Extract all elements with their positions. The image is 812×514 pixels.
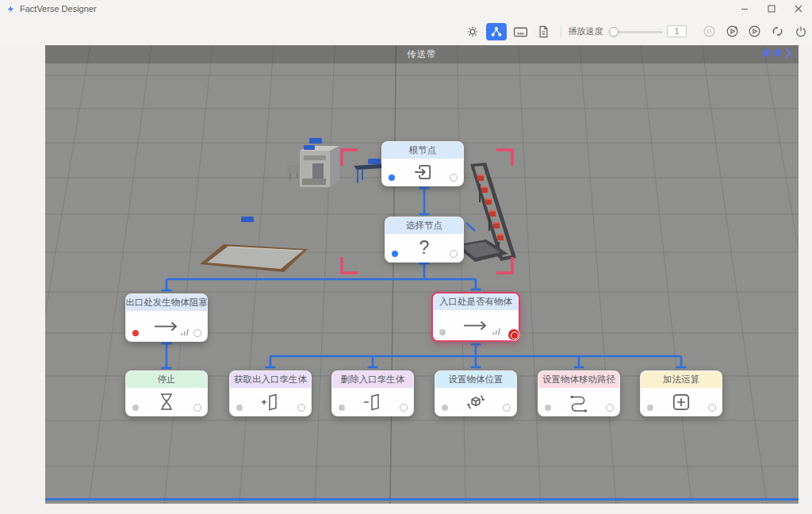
scene-title: 传送带: [407, 48, 437, 60]
app-title: FactVerse Designer: [20, 4, 97, 13]
tree-node-exit-blocked[interactable]: 出口处发生物体阻塞: [125, 293, 208, 342]
layers-icon[interactable]: [774, 49, 781, 56]
cube-rotate-icon: [465, 392, 486, 412]
status-dot: [392, 251, 398, 257]
node-title: 获取出入口孪生体: [230, 371, 311, 388]
question-icon: ?: [419, 239, 430, 257]
status-dot: [236, 405, 243, 411]
playback-speed-slider[interactable]: [609, 26, 661, 37]
toolbar-separator: [561, 25, 561, 38]
playback-speed-label: 播放速度: [568, 25, 603, 37]
path-icon: [568, 392, 590, 412]
node-title: 删除入口孪生体: [332, 371, 413, 388]
status-dot: [442, 405, 448, 411]
enter-icon: [412, 162, 434, 182]
status-dot: [647, 405, 653, 411]
chevron-right-icon[interactable]: ❯: [785, 48, 792, 57]
power-icon[interactable]: [791, 23, 810, 40]
settings-icon[interactable]: [463, 23, 481, 40]
slider-knob[interactable]: [609, 27, 619, 36]
reset-icon[interactable]: [768, 23, 787, 40]
app-window: FactVerse Designer: [0, 0, 812, 514]
output-port[interactable]: [450, 174, 458, 182]
node-title: 设置物体位置: [435, 371, 516, 388]
arrow-right-icon: [462, 319, 489, 332]
floor-grid: [45, 45, 799, 504]
output-port[interactable]: [503, 404, 511, 412]
speed-value-input[interactable]: [667, 25, 687, 37]
node-title: 根节点: [382, 142, 463, 159]
output-port[interactable]: [193, 404, 201, 412]
door-plus-icon: [260, 393, 281, 412]
node-title: 加法运算: [641, 371, 722, 388]
maximize-button[interactable]: [758, 0, 785, 17]
minimize-button[interactable]: [731, 0, 758, 17]
tree-node-set-position[interactable]: 设置物体位置: [435, 370, 517, 416]
tree-node-selector[interactable]: 选择节点 ?: [385, 217, 464, 263]
metal-plate-model: [200, 244, 308, 272]
scene-viewport[interactable]: 传送带 ❯: [45, 45, 799, 504]
scene-header-bar: 传送带 ❯: [45, 45, 799, 63]
tree-node-set-path[interactable]: 设置物体移动路径: [538, 370, 620, 416]
play-icon[interactable]: [746, 23, 764, 40]
output-port[interactable]: [450, 250, 458, 258]
step-play-icon[interactable]: [723, 23, 741, 40]
pause-icon[interactable]: [700, 23, 718, 40]
output-port[interactable]: [297, 404, 305, 412]
grid-icon[interactable]: [763, 49, 770, 56]
status-dot: [545, 405, 551, 411]
tree-node-get-twin[interactable]: 获取出入口孪生体: [229, 370, 312, 416]
node-title: 出口处发生物体阻塞: [126, 294, 207, 311]
output-port[interactable]: [400, 404, 408, 412]
door-minus-icon: [362, 393, 383, 412]
tree-node-entrance-has-object[interactable]: 入口处是否有物体: [431, 292, 520, 342]
stats-icon: [180, 328, 190, 336]
tree-node-stop[interactable]: 停止: [125, 370, 208, 416]
status-dot: [132, 405, 139, 411]
output-port[interactable]: [606, 404, 614, 412]
toolbar: 播放速度: [0, 17, 812, 45]
machine-model: [287, 146, 339, 187]
status-dot: [132, 330, 139, 336]
title-bar: FactVerse Designer: [0, 0, 812, 17]
document-icon[interactable]: [534, 23, 553, 40]
output-port[interactable]: [193, 329, 201, 337]
console-icon[interactable]: [511, 23, 530, 40]
plus-square-icon: [671, 392, 691, 412]
app-logo-icon: [6, 5, 15, 13]
hourglass-icon: [157, 392, 176, 412]
node-title: 入口处是否有物体: [433, 293, 519, 310]
status-dot: [389, 175, 395, 181]
tree-node-root[interactable]: 根节点: [381, 141, 464, 186]
stats-icon: [492, 327, 501, 336]
status-dot: [439, 329, 446, 336]
status-dot: [339, 405, 345, 411]
output-port[interactable]: [708, 404, 716, 412]
viewport-bottom-edge: [45, 498, 799, 501]
tree-node-addition[interactable]: 加法运算: [640, 370, 722, 416]
close-button[interactable]: [785, 0, 812, 17]
node-title: 设置物体移动路径: [538, 371, 619, 388]
scene-blue-marker: [466, 223, 475, 231]
node-title: 选择节点: [385, 217, 463, 234]
node-title: 停止: [126, 371, 207, 388]
arrow-right-icon: [153, 320, 180, 333]
tree-node-delete-twin[interactable]: 删除入口孪生体: [331, 370, 414, 416]
breakpoint-icon[interactable]: [508, 329, 519, 340]
behavior-tree-icon[interactable]: [486, 23, 507, 40]
